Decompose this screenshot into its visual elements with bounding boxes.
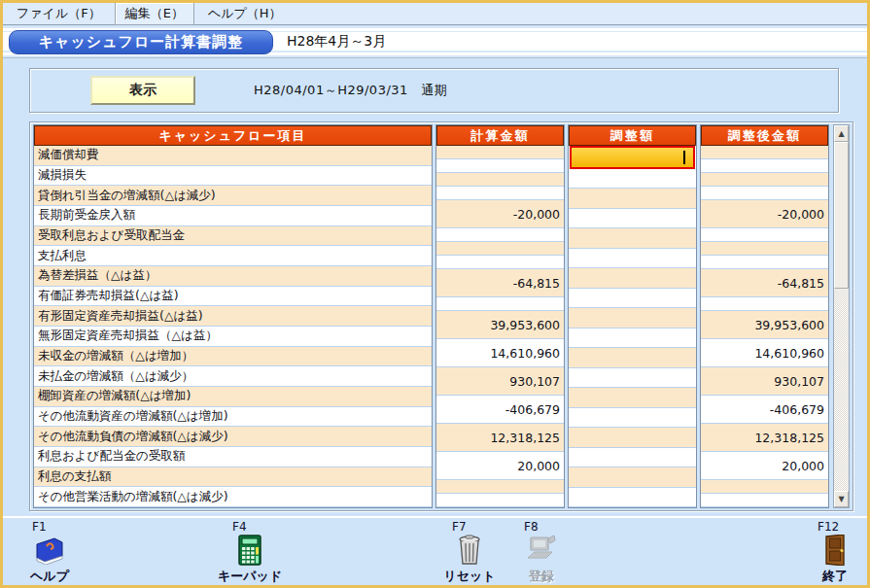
row-adjust-value[interactable] xyxy=(569,249,696,269)
row-item-label: 受取利息および受取配当金 xyxy=(34,226,432,247)
row-calc-value: -64,815 xyxy=(436,269,564,297)
scroll-down-button[interactable]: ▼ xyxy=(834,491,849,507)
row-after-value: 20,000 xyxy=(701,452,828,480)
row-calc-value xyxy=(436,146,564,159)
row-calc-value: 14,610,960 xyxy=(436,339,564,367)
column-after: 調整後金額 -20,000-64,81539,953,60014,610,960… xyxy=(700,124,829,508)
scrollbar-track[interactable] xyxy=(834,142,849,491)
row-calc-value: -406,679 xyxy=(436,396,564,424)
row-item-label: 未払金の増減額（△は減少） xyxy=(34,366,432,387)
menu-help[interactable]: ヘルプ（H） xyxy=(198,3,292,24)
column-header-calc: 計算金額 xyxy=(436,125,564,146)
column-header-adjust: 調整額 xyxy=(569,125,696,146)
row-adjust-value[interactable] xyxy=(569,467,696,488)
row-calc-value xyxy=(436,256,564,269)
display-panel: 表示 H28/04/01～H29/03/31 通期 xyxy=(29,68,839,113)
row-adjust-value[interactable] xyxy=(569,189,696,209)
row-item-label: その他流動資産の増減額(△は増加) xyxy=(34,407,432,428)
row-after-value xyxy=(701,494,828,507)
row-adjust-value[interactable] xyxy=(569,488,696,508)
row-calc-value: 12,318,125 xyxy=(436,424,564,452)
row-adjust-value[interactable] xyxy=(569,268,696,289)
keypad-calculator-icon xyxy=(237,534,262,567)
row-item-label: 支払利息 xyxy=(34,246,432,266)
row-adjust-value[interactable] xyxy=(569,368,696,389)
scroll-up-button[interactable]: ▲ xyxy=(834,125,849,142)
row-after-value xyxy=(701,173,828,187)
keypad-button-label: キーパッド xyxy=(218,568,282,585)
row-after-value xyxy=(701,256,828,269)
period-range-label: H28/04/01～H29/03/31 通期 xyxy=(254,82,447,99)
column-header-after: 調整後金額 xyxy=(701,125,828,146)
menu-bar: ファイル（F） 編集（E） ヘルプ（H） xyxy=(3,3,867,25)
column-header-item: キャッシュフロー項目 xyxy=(34,125,432,146)
row-after-value: 14,610,960 xyxy=(701,339,828,367)
reset-button-f7[interactable]: F7 リセット xyxy=(438,520,501,585)
help-book-icon xyxy=(33,534,66,567)
row-calc-value: -20,000 xyxy=(436,200,564,228)
helpbutton-f1[interactable]: F1 ヘルプ xyxy=(18,520,81,585)
row-item-label: 有価証券売却損益(△は益) xyxy=(34,287,432,307)
row-item-label: 利息および配当金の受取額 xyxy=(34,447,432,467)
row-calc-value: 930,107 xyxy=(436,367,564,396)
row-adjust-value[interactable] xyxy=(569,209,696,229)
row-item-label: 有形固定資産売却損益(△は益) xyxy=(34,306,432,327)
help-button-label: ヘルプ xyxy=(30,568,69,585)
row-item-label: 棚卸資産の増減額(△は増加) xyxy=(34,387,432,407)
row-item-label: 減損損失 xyxy=(34,166,432,187)
row-after-value xyxy=(701,480,828,494)
row-adjust-value[interactable] xyxy=(569,408,696,429)
row-adjust-value[interactable] xyxy=(569,428,696,448)
f12-key-label: F12 xyxy=(818,520,839,534)
keypad-button-f4[interactable]: F4 キーパッド xyxy=(219,520,281,585)
exit-button-f12[interactable]: F12 終了 xyxy=(804,520,866,585)
row-adjust-value[interactable] xyxy=(569,289,696,309)
row-calc-value xyxy=(436,187,564,200)
row-adjust-value[interactable] xyxy=(569,448,696,468)
title-strip: キャッシュフロー計算書調整 H28年4月～3月 xyxy=(3,26,867,58)
row-calc-value xyxy=(436,480,564,494)
row-calc-value xyxy=(436,494,564,507)
reset-trash-icon xyxy=(456,534,483,567)
row-after-value: 12,318,125 xyxy=(701,424,828,452)
row-item-label: 未収金の増減額（△は増加） xyxy=(34,347,432,367)
row-item-label: 貸倒れ引当金の増減額(△は減少) xyxy=(34,186,432,206)
row-item-label: 無形固定資産売却損益（△は益） xyxy=(34,327,432,347)
register-button-f8: F8 登録 xyxy=(510,520,573,585)
vertical-scrollbar[interactable]: ▲ ▼ xyxy=(833,124,850,508)
row-after-value: -20,000 xyxy=(701,200,828,228)
row-after-value: -406,679 xyxy=(701,396,828,424)
row-calc-value xyxy=(436,242,564,256)
row-after-value xyxy=(701,146,828,159)
text-caret xyxy=(683,151,685,164)
fiscal-period-label: H28年4月～3月 xyxy=(287,33,386,51)
row-calc-value xyxy=(436,159,564,173)
row-adjust-value[interactable] xyxy=(569,329,696,349)
f8-key-label: F8 xyxy=(524,520,539,534)
scrollbar-thumb[interactable] xyxy=(834,142,849,289)
row-calc-value xyxy=(436,297,564,311)
adjust-amount-input-active[interactable] xyxy=(570,146,695,169)
row-calc-value: 39,953,600 xyxy=(436,311,564,339)
row-adjust-value[interactable] xyxy=(569,348,696,368)
display-button[interactable]: 表示 xyxy=(90,76,195,105)
column-adjust: 調整額 xyxy=(568,124,697,508)
page-title: キャッシュフロー計算書調整 xyxy=(9,30,273,54)
row-calc-value: 20,000 xyxy=(436,452,564,480)
row-item-label: 減価償却費 xyxy=(34,146,432,166)
row-after-value xyxy=(701,228,828,242)
register-icon xyxy=(525,534,558,567)
exit-button-label: 終了 xyxy=(822,568,848,585)
f7-key-label: F7 xyxy=(452,520,467,534)
row-adjust-value[interactable] xyxy=(569,388,696,408)
row-adjust-value[interactable] xyxy=(569,169,696,190)
row-item-label: 為替差損益（△は益） xyxy=(34,266,432,287)
row-adjust-value[interactable] xyxy=(569,308,696,329)
row-item-label: その他営業活動の増減額(△は減少) xyxy=(34,487,432,507)
column-calc: 計算金額 -20,000-64,81539,953,60014,610,9609… xyxy=(435,124,565,508)
row-adjust-value[interactable] xyxy=(569,228,696,249)
row-after-value xyxy=(701,187,828,200)
menu-file[interactable]: ファイル（F） xyxy=(7,3,111,24)
menu-edit[interactable]: 編集（E） xyxy=(115,2,194,25)
column-items: キャッシュフロー項目 減価償却費減損損失貸倒れ引当金の増減額(△は減少)長期前受… xyxy=(33,124,433,508)
